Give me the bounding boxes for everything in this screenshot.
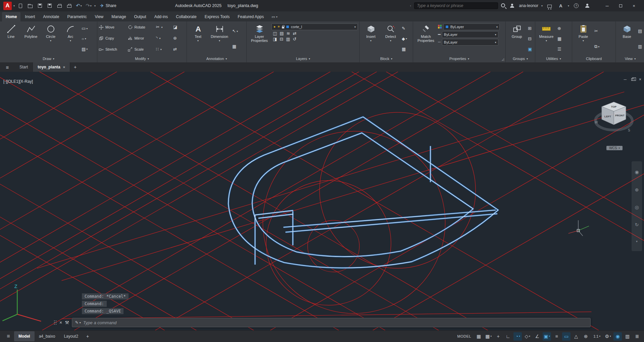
viewport-tool[interactable]: ▤ [637,28,643,34]
color-dropdown[interactable]: ByLayer ▾ [443,23,500,30]
command-prompt-icon[interactable]: ✎▾ [75,320,81,325]
window-close-button[interactable]: × [627,1,641,11]
lineweight-display[interactable]: ≡ [552,332,561,341]
tab-manage[interactable]: Manage [108,12,130,21]
block-attributes-tool[interactable]: ▦ [401,46,408,52]
layer-dropdown-caret[interactable]: ▾ [354,25,356,28]
autodesk-menu-caret[interactable]: ▾ [568,4,569,7]
navigation-bar[interactable]: ◉ ⊕ ◎ ↻ ▾ [632,161,642,251]
rectangle-tool[interactable]: ▭▾ [81,25,88,32]
group-selection-tool[interactable]: ▣ [527,46,533,52]
isodraft[interactable]: ◇▾ [523,332,532,341]
navbar-more-caret[interactable]: ▾ [636,240,638,243]
plot-button[interactable] [55,2,63,10]
search-collapse-chevron[interactable]: › [410,4,411,7]
scale-button[interactable]: Scale [128,44,153,54]
command-customize-icon[interactable]: ⚒ [65,320,69,325]
autodesk-account-icon[interactable]: A [557,2,565,10]
mirror-button[interactable]: Mirror [128,33,153,43]
properties-dialog-launcher[interactable]: ◿ [502,58,504,61]
detect-button[interactable]: Detect ▾ [381,23,400,55]
layer-color-swatch[interactable] [286,25,289,28]
selection-cycling[interactable]: ▭ [562,332,571,341]
layer-thaw-icon[interactable]: ☀ [277,24,280,29]
circle-caret[interactable]: ▾ [50,39,51,42]
model-space-label[interactable]: MODEL [454,334,475,338]
user-avatar-icon[interactable] [508,2,516,10]
command-grip-handle[interactable] [54,320,57,325]
screencast-icon[interactable] [583,2,591,10]
layer-dropdown[interactable]: ● ☀ corte_l ▾ [271,23,358,30]
polar-tracking[interactable]: ◔▾ [513,332,522,341]
snap-mode[interactable]: ▩▾ [484,332,493,341]
group-edit-tool[interactable]: ⊞ [527,25,533,32]
layer-prev-icon[interactable]: ⇄ [293,31,297,36]
layer-isolate-icon[interactable]: ◫ [273,31,277,36]
lineweight-icon[interactable]: ━ [438,32,441,37]
qat-customize-caret[interactable]: ▾ [94,4,96,7]
tab-add-ins[interactable]: Add-ins [151,12,172,21]
match-properties-button[interactable]: Match Properties [415,23,437,55]
copy-clip-tool[interactable]: ⧉▾ [594,44,600,50]
draw-panel-label[interactable]: Draw▾ [0,55,97,62]
ribbon-display-toggle[interactable]: ▭▾ [268,12,281,21]
line-button[interactable]: Line [2,23,20,55]
lineweight-dropdown[interactable]: ByLayer ▾ [442,31,498,38]
arc-caret[interactable]: ▾ [70,39,71,42]
app-store-cart-icon[interactable] [546,2,554,10]
redo-button[interactable]: ↷▾ [85,2,93,10]
named-views-tool[interactable]: ▥ [637,44,643,50]
leader-tool[interactable]: ↖▾ [232,28,239,34]
id-point-tool[interactable]: ☰ [557,46,562,52]
ungroup-tool[interactable]: ⊟ [527,36,533,42]
linetype-icon[interactable]: ┄ [438,40,441,45]
layer-properties-button[interactable]: Layer Properties [248,23,270,55]
table-tool[interactable]: ▦ [232,44,239,50]
insert-button[interactable]: Insert ▾ [361,23,380,55]
layer-match-icon[interactable]: ≋ [287,31,290,36]
tab-home[interactable]: Home [2,12,20,21]
drawing-area[interactable]: Z [-][OLE1][X-Ray] ─ × W S TOP LEFT FRON… [0,72,644,330]
share-button[interactable]: ✈Share [100,3,116,8]
layers-panel-label[interactable]: Layers▾ [247,55,359,62]
grid-display[interactable]: ▦ [475,332,483,341]
drawing-minimize-button[interactable]: ─ [624,77,627,82]
redo-caret[interactable]: ▾ [90,4,92,7]
explode-button[interactable]: ⊛ [173,33,185,43]
help-icon[interactable]: ? [572,2,580,10]
base-button[interactable]: Base [617,23,636,55]
circle-button[interactable]: Circle ▾ [41,23,60,55]
annotation-visibility[interactable]: △ [572,332,580,341]
search-input[interactable] [414,2,498,9]
fillet-button[interactable]: ◝▾ [156,33,171,43]
annotation-panel-label[interactable]: Annotation▾ [187,55,246,62]
linetype-dropdown[interactable]: ByLayer ▾ [442,39,498,46]
open-file-button[interactable] [26,2,34,10]
window-minimize-button[interactable]: ─ [600,1,614,11]
object-snap[interactable]: ▣▾ [543,332,551,341]
paste-button[interactable]: Paste ▾ [574,23,593,55]
wcs-selector[interactable]: WCS▾ [606,146,623,150]
group-button[interactable]: Group [507,23,526,55]
tab-start[interactable]: Start [15,62,33,72]
layer-lock-tool-icon[interactable]: ▥ [286,37,290,42]
tab-collaborate[interactable]: Collaborate [172,12,200,21]
zoom-icon[interactable]: ◎ [635,205,639,210]
layout-menu-icon[interactable]: ≡ [3,333,14,339]
modify-panel-label[interactable]: Modify▾ [97,55,187,62]
batch-plot-button[interactable] [65,2,73,10]
command-input[interactable]: ✎▾ Type a command [72,318,591,327]
measure-button[interactable]: Measure ▾ [537,23,556,55]
window-maximize-button[interactable] [614,1,627,11]
quick-select-tool[interactable]: ⊕ [557,25,562,32]
save-button[interactable] [36,2,44,10]
file-tabs-menu-icon[interactable]: ≡ [0,62,15,72]
hardware-acceleration[interactable]: ▥ [623,332,632,341]
annotation-scale[interactable]: 1:1▾ [591,332,602,341]
workspace-switching[interactable]: ⚙▾ [604,332,612,341]
pan-icon[interactable]: ⊕ [635,187,639,192]
layer-unisolate-icon[interactable]: ⊟ [280,37,283,42]
tab-view[interactable]: View [91,12,107,21]
tab-parametric[interactable]: Parametric [63,12,90,21]
properties-panel-label[interactable]: Properties▾◿ [413,55,505,62]
